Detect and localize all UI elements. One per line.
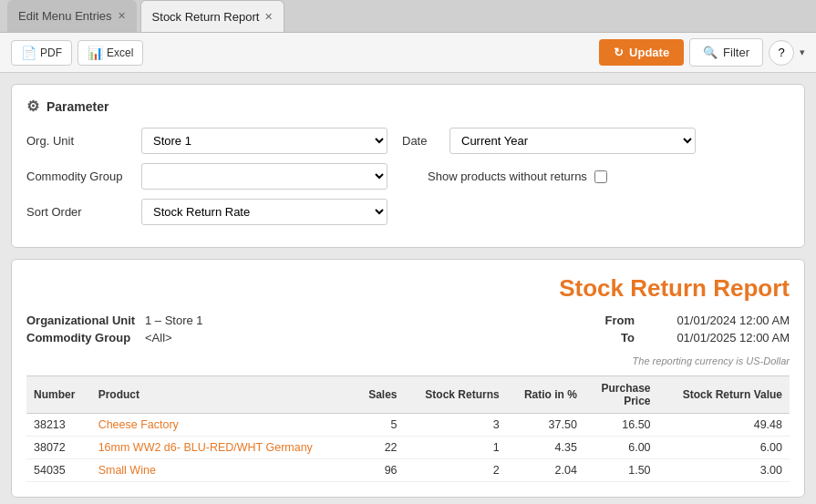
cell-stock-return-value: 49.48	[658, 414, 790, 437]
tab-bar: Edit Menu Entries ✕ Stock Return Report …	[0, 0, 816, 33]
cell-ratio: 2.04	[507, 459, 584, 482]
commodity-group-label: Commodity Group	[26, 170, 127, 183]
tab-stock-return-label: Stock Return Report	[152, 10, 260, 24]
cell-stock-return-value: 6.00	[658, 437, 790, 459]
pdf-button[interactable]: 📄 PDF	[11, 40, 72, 66]
product-link[interactable]: Small Wine	[98, 464, 156, 477]
table-header-row: Number Product Sales Stock Returns Ratio…	[26, 376, 790, 414]
to-label: To	[621, 331, 635, 345]
currency-note: The reporting currency is US-Dollar	[26, 355, 790, 366]
commodity-group-meta-row: Commodity Group <All>	[26, 331, 516, 345]
table-row: 54035 Small Wine 96 2 2.04 1.50 3.00	[26, 459, 790, 482]
report-meta-left: Organizational Unit 1 – Store 1 Commodit…	[26, 314, 516, 348]
org-unit-meta-value: 1 – Store 1	[145, 314, 203, 327]
parameter-title: Parameter	[46, 99, 109, 114]
filter-label: Filter	[723, 46, 749, 59]
col-stock-return-value: Stock Return Value	[658, 376, 790, 414]
report-title: Stock Return Report	[26, 274, 790, 303]
to-meta-row: To 01/01/2025 12:00 AM	[516, 331, 790, 345]
parameter-panel: ⚙ Parameter Org. Unit Store 1 Store 2 Al…	[11, 84, 805, 248]
cell-number: 38213	[26, 414, 91, 437]
sort-order-label: Sort Order	[26, 205, 127, 219]
col-number: Number	[26, 376, 91, 414]
org-unit-control: Store 1 Store 2 All	[141, 128, 387, 154]
date-label: Date	[402, 134, 439, 148]
cell-sales: 96	[355, 459, 405, 482]
commodity-group-select[interactable]	[141, 163, 387, 190]
cell-purchase-price: 1.50	[584, 459, 658, 482]
report-meta: Organizational Unit 1 – Store 1 Commodit…	[26, 314, 790, 348]
toolbar: 📄 PDF 📊 Excel ↻ Update 🔍 Filter ? ▾	[0, 33, 816, 73]
cell-stock-returns: 3	[405, 414, 507, 437]
tab-edit-menu-close[interactable]: ✕	[118, 11, 126, 21]
cell-product[interactable]: Small Wine	[91, 459, 355, 482]
cell-stock-return-value: 3.00	[658, 459, 790, 482]
table-row: 38072 16mm WW2 d6- BLU-RED/WHT Germany 2…	[26, 437, 790, 459]
date-group: Date Current Year Last Year Custom	[402, 128, 696, 154]
report-panel: Stock Return Report Organizational Unit …	[11, 259, 805, 498]
col-ratio: Ratio in %	[507, 376, 584, 414]
product-link[interactable]: Cheese Factory	[98, 418, 179, 431]
show-without-returns-checkbox[interactable]	[594, 170, 607, 183]
param-row-3: Sort Order Stock Return Rate Product Nam…	[26, 199, 790, 225]
update-button[interactable]: ↻ Update	[599, 39, 684, 66]
cell-ratio: 37.50	[507, 414, 584, 437]
pdf-label: PDF	[40, 46, 62, 59]
cell-purchase-price: 16.50	[584, 414, 658, 437]
cell-product[interactable]: Cheese Factory	[91, 414, 355, 437]
chevron-down-icon[interactable]: ▾	[800, 46, 805, 58]
tab-stock-return[interactable]: Stock Return Report ✕	[140, 0, 285, 32]
help-button[interactable]: ?	[769, 40, 794, 66]
main-content: ⚙ Parameter Org. Unit Store 1 Store 2 Al…	[0, 73, 816, 504]
commodity-group-meta-value: <All>	[145, 331, 172, 345]
pdf-icon: 📄	[21, 46, 36, 60]
cell-ratio: 4.35	[507, 437, 584, 459]
from-label: From	[605, 314, 635, 327]
commodity-group-control	[141, 163, 387, 190]
commodity-group-meta-key: Commodity Group	[26, 331, 145, 345]
date-control: Current Year Last Year Custom	[449, 128, 696, 154]
col-product: Product	[91, 376, 355, 414]
toolbar-right: ↻ Update 🔍 Filter ? ▾	[599, 38, 805, 67]
update-icon: ↻	[614, 46, 624, 59]
table-row: 38213 Cheese Factory 5 3 37.50 16.50 49.…	[26, 414, 790, 437]
tab-stock-return-close[interactable]: ✕	[264, 12, 273, 22]
excel-button[interactable]: 📊 Excel	[77, 40, 143, 66]
cell-stock-returns: 2	[405, 459, 507, 482]
tab-edit-menu[interactable]: Edit Menu Entries ✕	[7, 0, 137, 32]
report-table: Number Product Sales Stock Returns Ratio…	[26, 375, 790, 482]
sort-order-select[interactable]: Stock Return Rate Product Name Number	[141, 199, 387, 225]
cell-product[interactable]: 16mm WW2 d6- BLU-RED/WHT Germany	[91, 437, 355, 459]
from-value: 01/01/2024 12:00 AM	[653, 314, 790, 327]
update-label: Update	[629, 46, 669, 59]
tab-edit-menu-label: Edit Menu Entries	[18, 9, 112, 23]
org-unit-meta-row: Organizational Unit 1 – Store 1	[26, 314, 516, 327]
filter-button[interactable]: 🔍 Filter	[689, 38, 763, 67]
org-unit-select[interactable]: Store 1 Store 2 All	[141, 128, 387, 154]
org-unit-meta-key: Organizational Unit	[26, 314, 145, 327]
cell-sales: 22	[355, 437, 405, 459]
sort-order-control: Stock Return Rate Product Name Number	[141, 199, 387, 225]
toolbar-left: 📄 PDF 📊 Excel	[11, 40, 592, 66]
date-select[interactable]: Current Year Last Year Custom	[449, 128, 696, 154]
excel-icon: 📊	[88, 46, 103, 60]
cell-stock-returns: 1	[405, 437, 507, 459]
parameter-icon: ⚙	[26, 98, 39, 115]
filter-icon: 🔍	[703, 46, 718, 59]
cell-number: 38072	[26, 437, 91, 459]
parameter-header: ⚙ Parameter	[26, 98, 790, 115]
product-link[interactable]: 16mm WW2 d6- BLU-RED/WHT Germany	[98, 441, 313, 454]
col-sales: Sales	[355, 376, 405, 414]
cell-purchase-price: 6.00	[584, 437, 658, 459]
from-meta-row: From 01/01/2024 12:00 AM	[516, 314, 790, 327]
col-purchase-price: Purchase Price	[584, 376, 658, 414]
excel-label: Excel	[107, 46, 133, 59]
param-row-2: Commodity Group Show products without re…	[26, 163, 790, 190]
org-unit-label: Org. Unit	[26, 134, 127, 148]
cell-sales: 5	[355, 414, 405, 437]
cell-number: 54035	[26, 459, 91, 482]
show-without-returns-label: Show products without returns	[428, 170, 587, 183]
show-without-returns-group: Show products without returns	[428, 170, 607, 183]
col-stock-returns: Stock Returns	[405, 376, 507, 414]
report-meta-right: From 01/01/2024 12:00 AM To 01/01/2025 1…	[516, 314, 790, 348]
